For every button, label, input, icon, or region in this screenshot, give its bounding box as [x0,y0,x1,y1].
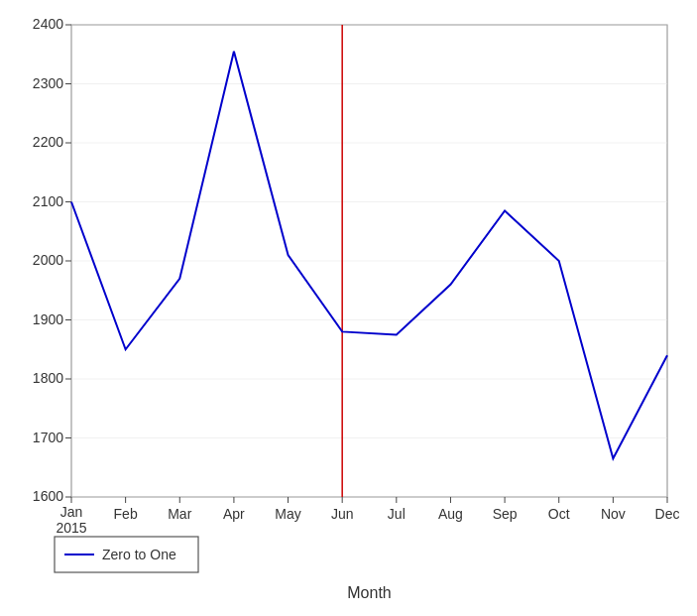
svg-text:Oct: Oct [548,506,570,522]
svg-text:Mar: Mar [168,506,191,522]
svg-text:Aug: Aug [438,506,463,522]
svg-text:Dec: Dec [655,506,680,522]
svg-text:Feb: Feb [114,506,138,522]
svg-text:1700: 1700 [33,430,63,445]
line-chart: 160017001800190020002100220023002400Jan2… [0,0,697,616]
svg-text:2100: 2100 [33,193,63,209]
svg-text:Zero to One: Zero to One [102,547,176,562]
chart-container: 160017001800190020002100220023002400Jan2… [0,0,697,616]
svg-text:Sep: Sep [493,506,518,522]
svg-text:Jul: Jul [388,506,406,522]
svg-text:2000: 2000 [33,252,63,268]
svg-text:May: May [275,506,300,522]
svg-text:Month: Month [347,584,391,601]
svg-text:1900: 1900 [33,311,63,327]
svg-text:Apr: Apr [223,506,245,522]
svg-text:2300: 2300 [33,75,63,91]
svg-text:Jan: Jan [60,504,83,520]
svg-text:Jun: Jun [331,506,354,522]
svg-text:2015: 2015 [56,520,86,536]
svg-text:1800: 1800 [33,370,63,386]
svg-text:1600: 1600 [33,488,63,504]
svg-text:Nov: Nov [601,506,626,522]
svg-text:2200: 2200 [33,134,63,150]
svg-text:2400: 2400 [33,16,63,32]
